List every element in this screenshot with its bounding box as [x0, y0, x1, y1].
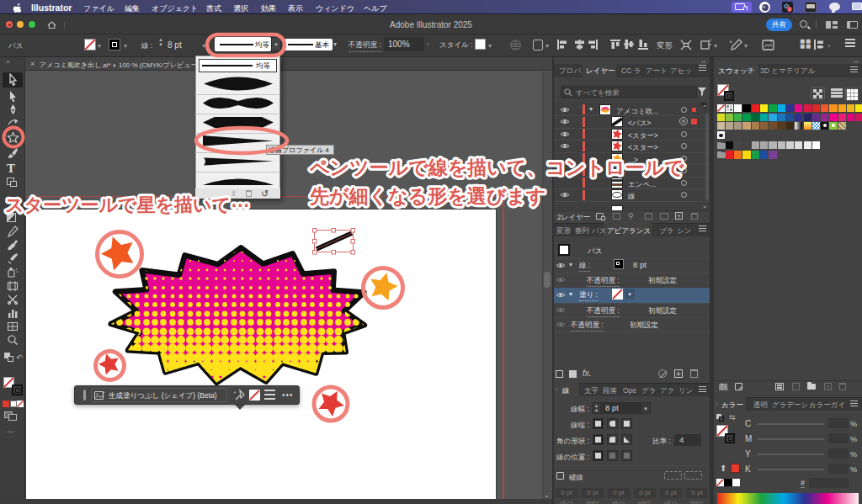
- svg-text:スターツールで星を描いて⋯: スターツールで星を描いて⋯: [5, 194, 249, 215]
- svg-text:先が細くなる形を選びます: 先が細くなる形を選びます: [309, 185, 545, 207]
- svg-text:ペンツールで線を描いて、コントロールで: ペンツールで線を描いて、コントロールで: [309, 157, 684, 178]
